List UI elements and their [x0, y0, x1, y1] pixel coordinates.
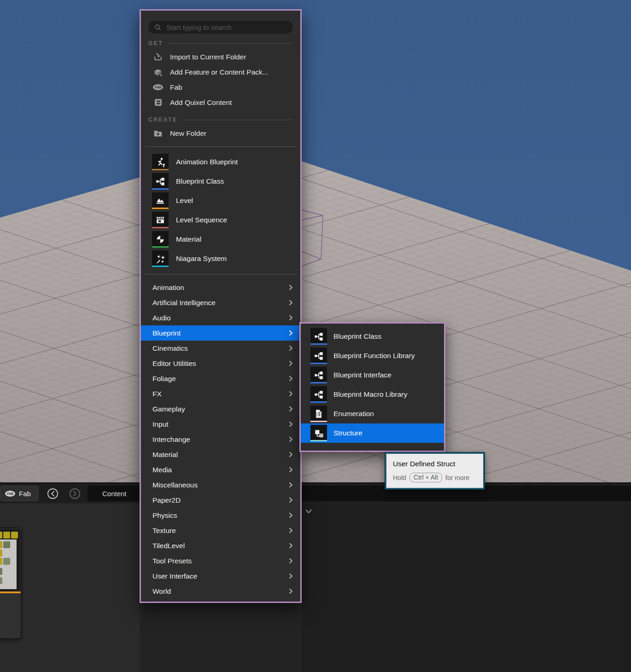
- asset-item-blueprint-class[interactable]: Blueprint Class: [301, 327, 444, 346]
- back-arrow-icon[interactable]: [47, 487, 58, 499]
- chevron-right-icon: [288, 452, 294, 458]
- asset-item-blueprint-macro-library[interactable]: Blueprint Macro Library: [301, 385, 444, 404]
- menu-item-add-feature-or-content-pack[interactable]: Add Feature or Content Pack...: [141, 64, 300, 80]
- import-icon: [152, 52, 164, 63]
- category-label: Artificial Intelligence: [152, 299, 288, 307]
- category-user-interface[interactable]: User Interface: [141, 568, 300, 584]
- thumbnail-tile: [0, 550, 2, 556]
- asset-item-blueprint-function-library[interactable]: Blueprint Function Library: [301, 346, 444, 365]
- blueprint-icon: [314, 331, 324, 342]
- section-header-create: CREATE: [148, 116, 293, 123]
- asset-color-bar: [152, 208, 169, 209]
- category-fx[interactable]: FX: [141, 386, 300, 401]
- tooltip-title: User Defined Struct: [393, 460, 477, 468]
- category-physics[interactable]: Physics: [141, 508, 300, 523]
- category-label: Blueprint: [152, 329, 288, 337]
- chevron-right-icon: [288, 543, 294, 549]
- asset-item-label: Material: [176, 235, 201, 243]
- enumeration-icon: [314, 409, 324, 419]
- category-label: Miscellaneous: [152, 481, 288, 489]
- asset-color-bar: [310, 401, 327, 403]
- asset-thumbnail-card[interactable]: [0, 527, 21, 639]
- asset-item-enumeration[interactable]: Enumeration: [301, 404, 444, 423]
- category-artificial-intelligence[interactable]: Artificial Intelligence: [141, 295, 300, 310]
- chevron-right-icon: [288, 467, 294, 473]
- chevron-down-icon[interactable]: [304, 507, 313, 518]
- asset-item-niagara-system[interactable]: Niagara System: [141, 249, 300, 268]
- asset-tile: [310, 425, 327, 441]
- category-label: Animation: [152, 284, 288, 292]
- asset-color-bar: [310, 382, 327, 384]
- asset-item-label: Blueprint Function Library: [333, 352, 415, 360]
- search-input[interactable]: [165, 23, 287, 32]
- thumbnail-tile: [3, 532, 10, 539]
- menu-item-fab[interactable]: FABFab: [141, 80, 300, 95]
- asset-item-label: Blueprint Class: [333, 332, 381, 341]
- menu-item-import-to-current-folder[interactable]: Import to Current Folder: [141, 49, 300, 64]
- forward-arrow-icon[interactable]: [69, 487, 81, 499]
- category-foliage[interactable]: Foliage: [141, 371, 300, 386]
- category-media[interactable]: Media: [141, 462, 300, 477]
- fab-button[interactable]: FAB Fab: [0, 486, 39, 501]
- category-animation[interactable]: Animation: [141, 280, 300, 295]
- asset-tile: [310, 406, 327, 422]
- category-texture[interactable]: Texture: [141, 523, 300, 538]
- category-tiledlevel[interactable]: TiledLevel: [141, 538, 300, 553]
- category-cinematics[interactable]: Cinematics: [141, 341, 300, 356]
- category-label: Gameplay: [152, 405, 288, 413]
- asset-item-blueprint-interface[interactable]: Blueprint Interface: [301, 365, 444, 385]
- category-label: Paper2D: [152, 496, 288, 504]
- category-audio[interactable]: Audio: [141, 310, 300, 325]
- category-gameplay[interactable]: Gameplay: [141, 401, 300, 417]
- content-browser-toolbar: Content FAB Fab: [0, 482, 631, 503]
- thumbnail-tile: [0, 558, 2, 565]
- menu-item-label: Fab: [170, 83, 182, 92]
- chevron-right-icon: [288, 315, 294, 321]
- asset-item-material[interactable]: Material: [141, 230, 300, 249]
- niagara-icon: [155, 254, 166, 264]
- chevron-right-icon: [288, 588, 294, 594]
- asset-item-label: Structure: [333, 429, 362, 437]
- asset-item-level-sequence[interactable]: Level Sequence: [141, 210, 300, 230]
- category-label: Material: [152, 451, 288, 459]
- blueprint-icon: [155, 176, 165, 186]
- thumbnail-tile: [0, 532, 2, 539]
- category-label: Tool Presets: [152, 557, 288, 565]
- category-editor-utilities[interactable]: Editor Utilities: [141, 356, 300, 371]
- svg-text:FAB: FAB: [155, 86, 161, 89]
- asset-color-bar: [310, 343, 327, 345]
- fab-logo-icon: FAB: [5, 490, 16, 497]
- category-paper2d[interactable]: Paper2D: [141, 492, 300, 508]
- category-interchange[interactable]: Interchange: [141, 432, 300, 447]
- category-tool-presets[interactable]: Tool Presets: [141, 553, 300, 568]
- chevron-right-icon: [288, 330, 294, 336]
- chevron-right-icon: [288, 360, 294, 366]
- category-miscellaneous[interactable]: Miscellaneous: [141, 477, 300, 492]
- asset-item-label: Niagara System: [176, 255, 227, 263]
- category-blueprint[interactable]: Blueprint: [141, 325, 300, 341]
- breadcrumb[interactable]: Content: [88, 490, 127, 498]
- search-bar[interactable]: [148, 21, 293, 34]
- asset-item-structure[interactable]: Structure: [301, 423, 444, 443]
- asset-item-level[interactable]: Level: [141, 191, 300, 210]
- thumbnail-tile: [11, 532, 18, 539]
- asset-item-animation-blueprint[interactable]: Animation Blueprint: [141, 152, 300, 172]
- category-label: Interchange: [152, 435, 288, 444]
- asset-tile: [152, 212, 169, 228]
- asset-item-blueprint-class[interactable]: Blueprint Class: [141, 172, 300, 191]
- separator: [145, 146, 297, 147]
- category-label: FX: [152, 390, 288, 398]
- tooltip-hold-suffix: for more: [445, 474, 469, 481]
- chevron-right-icon: [288, 300, 294, 306]
- asset-item-label: Level: [176, 197, 193, 205]
- category-material[interactable]: Material: [141, 447, 300, 462]
- category-input[interactable]: Input: [141, 417, 300, 432]
- category-world[interactable]: World: [141, 584, 300, 599]
- chevron-right-icon: [288, 421, 294, 427]
- blueprint-icon: [314, 370, 324, 380]
- chevron-right-icon: [288, 284, 294, 290]
- menu-item-add-quixel-content[interactable]: Add Quixel Content: [141, 95, 300, 110]
- menu-item-new-folder[interactable]: New Folder: [141, 126, 300, 141]
- asset-color-bar: [310, 363, 327, 365]
- separator: [145, 274, 297, 274]
